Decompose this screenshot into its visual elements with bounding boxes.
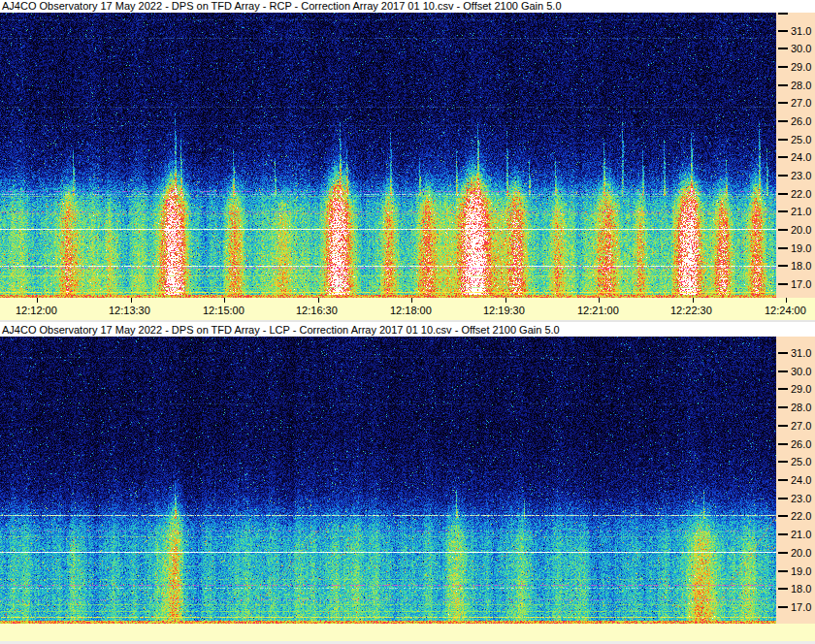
time-tick-label: 12:12:00 [16,305,57,316]
freq-tick-label: 30.0 [791,366,811,377]
time-tick [505,298,506,303]
time-tick [411,298,412,303]
bottom-time-axis [0,624,815,641]
title-bar-rcp: AJ4CO Observatory 17 May 2022 - DPS on T… [0,0,815,13]
freq-tick [778,570,788,572]
freq-tick-label: 21.0 [791,529,811,540]
time-axis: 12:12:0012:13:3012:15:0012:16:3012:18:00… [0,298,815,320]
freq-tick [778,84,788,86]
panel-lcp: 31.030.029.028.027.026.025.024.023.022.0… [0,337,815,624]
time-tick [131,298,132,303]
freq-tick [778,102,788,104]
freq-tick-label: 27.0 [791,420,811,432]
freq-tick-label: 30.0 [791,43,811,54]
freq-tick [778,13,788,15]
freq-tick-label: 22.0 [791,188,811,200]
freq-tick [778,461,788,463]
freq-tick [778,30,788,32]
freq-tick-label: 25.0 [791,456,811,467]
time-tick [786,298,787,303]
freq-tick-label: 17.0 [791,601,811,613]
freq-tick [778,265,788,267]
time-tick [224,298,225,303]
freq-tick [778,48,788,49]
time-tick-label: 12:21:00 [577,305,619,316]
freq-tick-label: 28.0 [791,80,811,91]
time-tick [693,298,694,303]
freq-tick [778,193,788,195]
freq-tick [778,352,788,354]
time-tick [599,298,600,303]
freq-tick [778,139,788,141]
freq-tick-label: 19.0 [791,565,811,577]
freq-tick-label: 29.0 [791,61,811,73]
freq-tick-label: 31.0 [791,25,811,37]
time-tick-label: 12:22:30 [670,305,712,316]
freq-tick [778,588,788,590]
spectrograph-window: AJ4CO Observatory 17 May 2022 - DPS on T… [0,0,815,644]
time-tick-label: 12:24:00 [765,305,806,316]
freq-axis-lcp: 31.030.029.028.027.026.025.024.023.022.0… [776,337,815,624]
time-tick [318,298,319,303]
freq-tick-label: 26.0 [791,438,811,450]
freq-tick [778,156,788,158]
freq-tick [778,388,788,390]
time-tick-label: 12:16:30 [296,305,338,316]
freq-tick [778,425,788,427]
title-bar-lcp: AJ4CO Observatory 17 May 2022 - DPS on T… [0,320,815,337]
freq-tick [778,515,788,517]
freq-tick-label: 27.0 [791,97,811,109]
freq-tick-label: 22.0 [791,510,811,522]
freq-tick [778,479,788,481]
freq-tick [778,552,788,554]
freq-tick [778,498,788,499]
spectrogram-rcp [0,13,776,298]
freq-tick [778,533,788,535]
spectrogram-lcp [0,337,776,624]
time-tick-label: 12:13:30 [109,305,150,316]
freq-tick [778,120,788,122]
freq-axis-rcp: 31.030.029.028.027.026.025.024.023.022.0… [776,13,815,298]
freq-tick-label: 20.0 [791,547,811,559]
time-tick-label: 12:15:00 [203,305,244,316]
panel-rcp: 31.030.029.028.027.026.025.024.023.022.0… [0,13,815,298]
freq-tick-label: 23.0 [791,170,811,181]
freq-tick-label: 21.0 [791,206,811,217]
freq-tick-label: 18.0 [791,583,811,595]
freq-tick-label: 29.0 [791,383,811,395]
time-tick-label: 12:18:00 [390,305,432,316]
freq-tick [778,229,788,231]
freq-tick [778,66,788,68]
freq-tick-label: 18.0 [791,260,811,272]
time-tick [37,298,38,303]
freq-tick-label: 17.0 [791,278,811,290]
freq-tick [778,175,788,177]
freq-tick-label: 23.0 [791,493,811,504]
freq-tick [778,443,788,445]
freq-tick [778,283,788,285]
freq-tick [778,247,788,249]
freq-tick [778,606,788,608]
freq-tick-label: 24.0 [791,151,811,163]
freq-tick-label: 28.0 [791,402,811,413]
freq-tick-label: 19.0 [791,242,811,254]
freq-tick [778,210,788,212]
freq-tick [778,406,788,408]
freq-tick-label: 20.0 [791,224,811,236]
freq-tick-label: 25.0 [791,134,811,145]
freq-tick-label: 31.0 [791,347,811,359]
freq-tick-label: 24.0 [791,474,811,486]
freq-tick [778,370,788,372]
time-tick-label: 12:19:30 [483,305,525,316]
freq-tick-label: 26.0 [791,115,811,127]
